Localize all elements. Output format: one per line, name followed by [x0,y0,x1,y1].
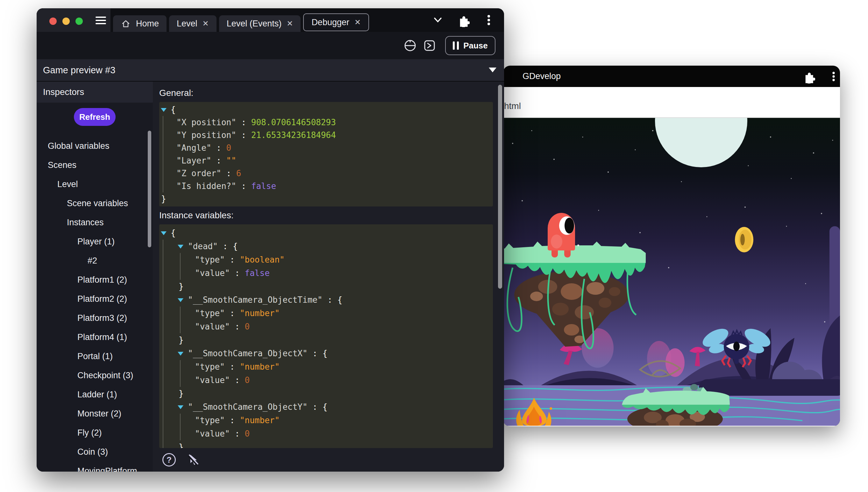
expand-triangle-icon[interactable] [161,108,166,112]
close-tab-icon[interactable]: ✕ [354,18,361,27]
profiler-icon[interactable] [403,39,417,53]
hamburger-menu-icon[interactable] [96,17,106,26]
close-tab-icon[interactable]: ✕ [287,19,293,28]
json-line: "type" : "number" [159,414,493,427]
inspector-sidebar: Inspectors Refresh Global variablesScene… [36,81,153,472]
tab-label: Level (Events) [227,19,282,29]
tab-label: Level [177,19,198,29]
json-line: } [159,280,493,293]
json-line: "dead" : { [159,240,493,253]
sidebar-item[interactable]: Platform1 (2) [36,270,153,289]
refresh-button[interactable]: Refresh [74,108,115,126]
bottom-bar: ? [153,448,200,472]
tab-level-events[interactable]: Level (Events) ✕ [219,15,301,32]
sidebar-item[interactable]: Coin (3) [36,442,153,461]
tab-label: Debugger [311,18,349,27]
sidebar-item[interactable]: Level [36,175,153,194]
tab-level[interactable]: Level ✕ [169,15,216,32]
panel-scrollbar[interactable] [498,85,502,289]
sidebar-item[interactable]: Scene variables [36,194,153,213]
expand-triangle-icon[interactable] [178,298,183,302]
expand-triangle-icon[interactable] [178,405,183,409]
sidebar-item[interactable]: Scenes [36,155,153,175]
menu-kebab-icon[interactable] [826,70,840,83]
sidebar-scrollbar[interactable] [148,131,151,247]
coin [735,227,753,252]
json-line: } [159,333,493,347]
expand-triangle-icon[interactable] [178,245,183,249]
json-line: "__SmoothCamera_ObjectX" : { [159,347,493,360]
sidebar-item[interactable]: Checkpoint (3) [36,366,153,385]
sidebar-item[interactable]: MovingPlatform [36,461,153,472]
extensions-icon[interactable] [801,70,815,83]
json-line: "value" : 0 [159,320,493,333]
sidebar-item[interactable]: Player (1) [36,232,153,251]
json-line: "Layer" : "" [159,154,493,167]
json-line: "__SmoothCamera_ObjectY" : { [159,400,493,414]
game-window-titlebar[interactable]: GDevelop [503,66,840,87]
close-tab-icon[interactable]: ✕ [203,19,209,28]
json-line: "value" : 0 [159,373,493,387]
tab-debugger[interactable]: Debugger ✕ [303,14,369,31]
address-bar: html [503,87,840,118]
tab-home[interactable]: Home [113,15,166,32]
game-window-title: GDevelop [523,71,561,81]
pause-icon [453,42,459,50]
chevron-down-icon[interactable] [431,13,445,27]
sidebar-item[interactable]: Platform2 (2) [36,289,153,309]
pause-button[interactable]: Pause [445,36,496,55]
preview-title: Game preview #3 [43,65,115,75]
section-label-general: General: [159,88,193,98]
game-canvas[interactable] [503,118,840,426]
expand-triangle-icon[interactable] [178,352,183,355]
sidebar-item[interactable]: Global variables [36,137,153,155]
json-line: "Is hidden?" : false [159,180,493,193]
tab-label: Home [136,19,159,29]
json-line: "Angle" : 0 [159,142,493,154]
expand-triangle-icon[interactable] [161,231,166,235]
json-line: "value" : 0 [159,427,493,440]
json-line: } [159,193,493,205]
json-line: "Y position" : 21.65334236184964 [159,129,493,142]
section-label-instance-variables: Instance variables: [159,210,233,221]
sidebar-item[interactable]: Instances [36,213,153,232]
address-text: html [504,101,521,111]
json-line: "type" : "number" [159,360,493,373]
pointer-disabled-icon[interactable] [186,453,200,467]
json-line: "type" : "number" [159,306,493,320]
help-icon[interactable]: ? [162,453,176,467]
zoom-window-button[interactable] [76,18,83,25]
json-line: "value" : false [159,266,493,280]
preview-selector-row[interactable]: Game preview #3 [36,59,504,81]
sidebar-item[interactable]: Platform4 (1) [36,327,153,347]
json-line: } [159,387,493,400]
close-window-button[interactable] [49,18,57,25]
inspector-detail-panel: General: {"X position" : 908.07061465082… [153,81,504,472]
sidebar-item[interactable]: Ladder (1) [36,385,153,404]
json-line: { [159,103,493,116]
instance-variables-json-tree: {"dead" : {"type" : "boolean""value" : f… [159,224,493,448]
pause-label: Pause [463,41,488,51]
json-line: "type" : "boolean" [159,253,493,266]
json-line: { [159,226,493,240]
inspector-tree: Global variablesScenesLevelScene variabl… [36,137,153,472]
sidebar-item[interactable]: #2 [36,251,153,270]
json-line: "__SmoothCamera_ObjectTime" : { [159,293,493,306]
console-icon[interactable] [423,39,437,53]
json-line: "X position" : 908.0706146508293 [159,116,493,129]
sidebar-item[interactable]: Fly (2) [36,423,153,442]
dropdown-caret-icon[interactable] [489,68,496,72]
home-icon [121,19,131,29]
sidebar-item[interactable]: Portal (1) [36,347,153,366]
sidebar-item[interactable]: Platform3 (2) [36,309,153,327]
extensions-icon[interactable] [456,13,470,27]
menu-kebab-icon[interactable] [482,13,496,27]
json-line: "Z order" : 6 [159,167,493,180]
debugger-toolbar: Pause [36,32,504,59]
debugger-window: Home Level ✕ Level (Events) ✕ Debugger ✕ [36,8,504,472]
minimize-window-button[interactable] [62,18,70,25]
sidebar-header: Inspectors [36,81,153,103]
debugger-content: Inspectors Refresh Global variablesScene… [36,81,504,472]
sidebar-item[interactable]: Monster (2) [36,404,153,423]
window-topbar: Home Level ✕ Level (Events) ✕ Debugger ✕ [36,8,504,32]
